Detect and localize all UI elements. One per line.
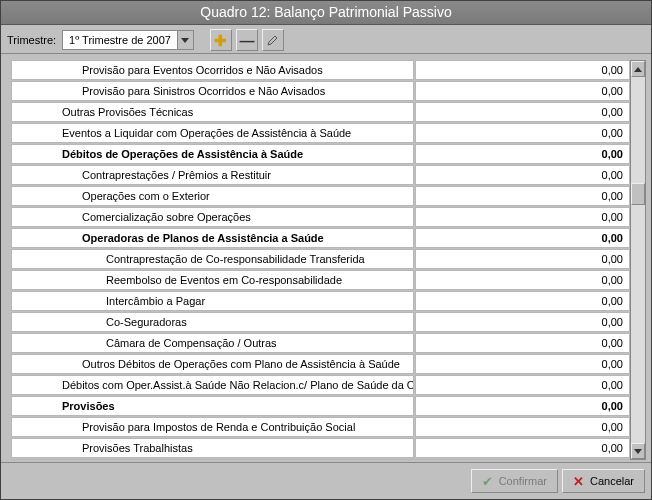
close-icon: ✕	[573, 474, 584, 489]
table-row[interactable]: Débitos com Oper.Assist.à Saúde Não Rela…	[11, 375, 630, 395]
row-label: Outros Débitos de Operações com Plano de…	[11, 354, 414, 374]
row-label: Comercialização sobre Operações	[11, 207, 414, 227]
row-value: 0,00	[415, 60, 630, 80]
trimestre-dropdown[interactable]: 1º Trimestre de 2007	[62, 30, 194, 50]
content-area: Provisão para Eventos Ocorridos e Não Av…	[11, 60, 646, 460]
row-value: 0,00	[415, 417, 630, 437]
row-label: Provisões	[11, 396, 414, 416]
row-value: 0,00	[415, 249, 630, 269]
row-value: 0,00	[415, 165, 630, 185]
row-label: Co-Seguradoras	[11, 312, 414, 332]
table-row[interactable]: Contraprestações / Prêmios a Restituir0,…	[11, 165, 630, 185]
row-value: 0,00	[415, 375, 630, 395]
table-row[interactable]: Provisões Trabalhistas0,00	[11, 438, 630, 458]
row-value: 0,00	[415, 207, 630, 227]
table-row[interactable]: Outras Provisões Técnicas0,00	[11, 102, 630, 122]
minus-icon: —	[239, 33, 254, 48]
row-label: Intercâmbio a Pagar	[11, 291, 414, 311]
row-label: Câmara de Compensação / Outras	[11, 333, 414, 353]
toolbar: Trimestre: 1º Trimestre de 2007 ✚ —	[1, 25, 651, 54]
row-value: 0,00	[415, 228, 630, 248]
cancel-button[interactable]: ✕ Cancelar	[562, 469, 645, 493]
row-value: 0,00	[415, 102, 630, 122]
scroll-thumb[interactable]	[631, 183, 645, 205]
row-label: Provisão para Impostos de Renda e Contri…	[11, 417, 414, 437]
table-row[interactable]: Outros Débitos de Operações com Plano de…	[11, 354, 630, 374]
row-label: Eventos a Liquidar com Operações de Assi…	[11, 123, 414, 143]
confirm-button: ✔ Confirmar	[471, 469, 558, 493]
trimestre-label: Trimestre:	[7, 34, 56, 46]
row-label: Provisão para Eventos Ocorridos e Não Av…	[11, 60, 414, 80]
row-value: 0,00	[415, 354, 630, 374]
row-value: 0,00	[415, 459, 630, 460]
scroll-up-button[interactable]	[631, 61, 645, 77]
row-label: Contraprestação de Co-responsabilidade T…	[11, 249, 414, 269]
table-row[interactable]: Provisão para Sinistros Ocorridos e Não …	[11, 81, 630, 101]
table-row[interactable]: Provisões0,00	[11, 396, 630, 416]
table-row[interactable]: Provisões para Contingências0,00	[11, 459, 630, 460]
window-frame: Quadro 12: Balanço Patrimonial Passivo T…	[0, 0, 652, 500]
row-label: Provisão para Sinistros Ocorridos e Não …	[11, 81, 414, 101]
row-label: Operações com o Exterior	[11, 186, 414, 206]
row-label: Outras Provisões Técnicas	[11, 102, 414, 122]
table-row[interactable]: Operações com o Exterior0,00	[11, 186, 630, 206]
row-label: Reembolso de Eventos em Co-responsabilid…	[11, 270, 414, 290]
scroll-down-button[interactable]	[631, 443, 645, 459]
table-row[interactable]: Operadoras de Planos de Assistência a Sa…	[11, 228, 630, 248]
row-label: Débitos de Operações de Assistência à Sa…	[11, 144, 414, 164]
row-value: 0,00	[415, 81, 630, 101]
table-row[interactable]: Comercialização sobre Operações0,00	[11, 207, 630, 227]
row-label: Provisões para Contingências	[11, 459, 414, 460]
footer: ✔ Confirmar ✕ Cancelar	[1, 462, 651, 499]
row-value: 0,00	[415, 270, 630, 290]
scroll-track[interactable]	[631, 77, 645, 443]
table-row[interactable]: Débitos de Operações de Assistência à Sa…	[11, 144, 630, 164]
row-label: Operadoras de Planos de Assistência a Sa…	[11, 228, 414, 248]
remove-button[interactable]: —	[236, 29, 258, 51]
data-grid: Provisão para Eventos Ocorridos e Não Av…	[11, 60, 630, 460]
edit-button[interactable]	[262, 29, 284, 51]
table-row[interactable]: Intercâmbio a Pagar0,00	[11, 291, 630, 311]
window-titlebar: Quadro 12: Balanço Patrimonial Passivo	[1, 1, 651, 25]
row-label: Provisões Trabalhistas	[11, 438, 414, 458]
trimestre-selected: 1º Trimestre de 2007	[63, 31, 177, 49]
plus-icon: ✚	[214, 33, 227, 48]
row-value: 0,00	[415, 123, 630, 143]
check-icon: ✔	[482, 474, 493, 489]
row-value: 0,00	[415, 396, 630, 416]
vertical-scrollbar[interactable]	[630, 60, 646, 460]
window-title: Quadro 12: Balanço Patrimonial Passivo	[200, 4, 451, 20]
row-label: Débitos com Oper.Assist.à Saúde Não Rela…	[11, 375, 414, 395]
table-row[interactable]: Co-Seguradoras0,00	[11, 312, 630, 332]
chevron-down-icon[interactable]	[177, 31, 193, 49]
table-row[interactable]: Eventos a Liquidar com Operações de Assi…	[11, 123, 630, 143]
row-value: 0,00	[415, 333, 630, 353]
add-button[interactable]: ✚	[210, 29, 232, 51]
table-row[interactable]: Câmara de Compensação / Outras0,00	[11, 333, 630, 353]
table-row[interactable]: Provisão para Impostos de Renda e Contri…	[11, 417, 630, 437]
table-row[interactable]: Reembolso de Eventos em Co-responsabilid…	[11, 270, 630, 290]
cancel-label: Cancelar	[590, 475, 634, 487]
row-value: 0,00	[415, 291, 630, 311]
table-row[interactable]: Contraprestação de Co-responsabilidade T…	[11, 249, 630, 269]
row-value: 0,00	[415, 312, 630, 332]
table-row[interactable]: Provisão para Eventos Ocorridos e Não Av…	[11, 60, 630, 80]
pencil-icon	[267, 34, 279, 46]
row-value: 0,00	[415, 186, 630, 206]
confirm-label: Confirmar	[499, 475, 547, 487]
row-value: 0,00	[415, 144, 630, 164]
row-label: Contraprestações / Prêmios a Restituir	[11, 165, 414, 185]
row-value: 0,00	[415, 438, 630, 458]
